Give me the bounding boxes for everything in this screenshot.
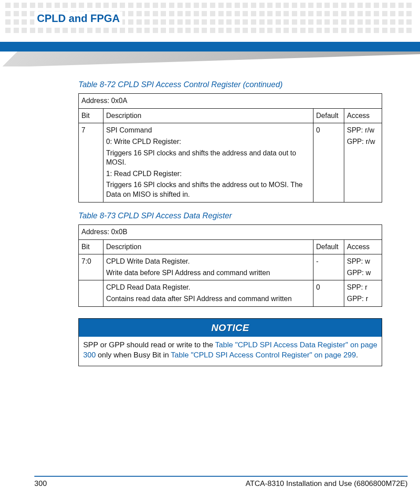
cell-default: - [313, 254, 344, 280]
th-default: Default [313, 239, 344, 254]
table-73-header-row: Bit Description Default Access [79, 239, 382, 254]
notice-body: SPP or GPP should read or write to the T… [79, 337, 382, 366]
table-72-header-row: Bit Description Default Access [79, 108, 382, 123]
cell-default: 0 [313, 280, 344, 306]
th-default: Default [313, 108, 344, 123]
table-73-caption: Table 8-73 CPLD SPI Access Data Register [78, 210, 382, 221]
table-row: 7 SPI Command 0: Write CPLD Register: Tr… [79, 123, 382, 202]
th-bit: Bit [79, 108, 103, 123]
th-desc: Description [103, 239, 313, 254]
table-row: 7:0 CPLD Write Data Register. Write data… [79, 254, 382, 280]
header-blue-bar [0, 42, 420, 52]
th-desc: Description [103, 108, 313, 123]
cell-bit: 7:0 [79, 254, 103, 280]
table-73: Address: 0x0B Bit Description Default Ac… [78, 224, 382, 307]
notice-label: NOTICE [79, 319, 382, 337]
page: CPLD and FPGA Table 8-72 CPLD SPI Access… [0, 0, 420, 504]
footer-doc-title: ATCA-8310 Installation and Use (6806800M… [246, 479, 408, 489]
notice-text: only when Busy Bit in [96, 351, 171, 359]
cell-access: SPP: w GPP: w [344, 254, 382, 280]
cell-access: SPP: r GPP: r [344, 280, 382, 306]
footer-page-number: 300 [34, 479, 47, 489]
table-73-address-row: Address: 0x0B [79, 224, 382, 239]
th-bit: Bit [79, 239, 103, 254]
cell-access: SPP: r/w GPP: r/w [344, 123, 382, 202]
header-wedge [0, 52, 420, 66]
cell-bit: 7 [79, 123, 103, 202]
notice-text: SPP or GPP should read or write to the [83, 341, 215, 349]
cell-desc: CPLD Read Data Register. Contains read d… [103, 280, 313, 306]
cell-desc: SPI Command 0: Write CPLD Register: Trig… [103, 123, 313, 202]
table-row: CPLD Read Data Register. Contains read d… [79, 280, 382, 306]
table-72-address: Address: 0x0A [79, 94, 382, 109]
chapter-title: CPLD and FPGA [34, 11, 122, 26]
notice-box: NOTICE SPP or GPP should read or write t… [78, 318, 382, 367]
notice-text: . [356, 351, 358, 359]
content-area: Table 8-72 CPLD SPI Access Control Regis… [78, 79, 382, 366]
th-access: Access [344, 239, 382, 254]
cell-bit [79, 280, 103, 306]
xref-control-register[interactable]: Table "CPLD SPI Access Control Register"… [171, 351, 356, 359]
table-72: Address: 0x0A Bit Description Default Ac… [78, 93, 382, 202]
cell-default: 0 [313, 123, 344, 202]
th-access: Access [344, 108, 382, 123]
cell-desc: CPLD Write Data Register. Write data bef… [103, 254, 313, 280]
table-73-address: Address: 0x0B [79, 224, 382, 239]
table-72-address-row: Address: 0x0A [79, 94, 382, 109]
table-72-caption: Table 8-72 CPLD SPI Access Control Regis… [78, 79, 382, 90]
footer-rule [34, 476, 408, 477]
